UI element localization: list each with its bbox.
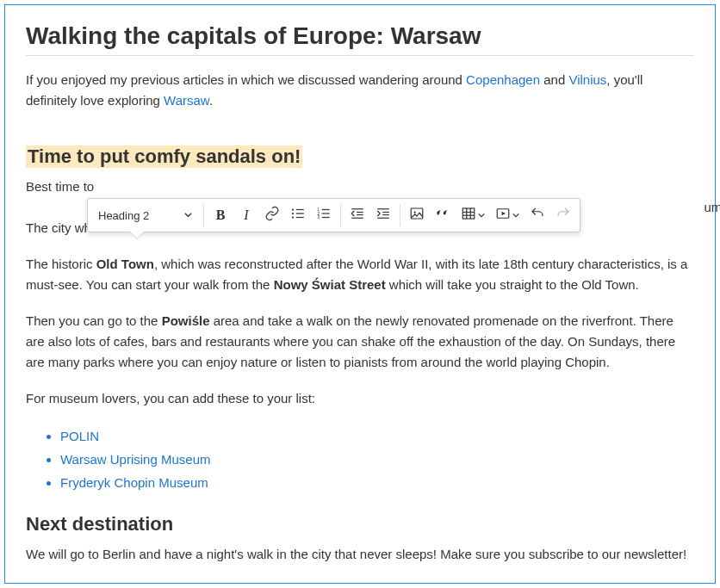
media-button[interactable] (490, 199, 524, 232)
italic-icon: I (244, 207, 248, 223)
media-icon (495, 206, 511, 225)
link-icon (264, 206, 280, 225)
svg-point-21 (414, 211, 416, 213)
bold-icon: B (216, 207, 226, 223)
heading-dropdown-label: Heading 2 (98, 209, 183, 222)
list-item[interactable]: POLIN (60, 424, 694, 448)
text[interactable]: and (540, 72, 568, 87)
text[interactable]: The historic (26, 257, 96, 271)
next-paragraph[interactable]: We will go to Berlin and have a night's … (26, 544, 694, 565)
toolbar-arrow (129, 232, 145, 239)
toolbar-separator (400, 204, 400, 226)
chevron-down-icon (512, 207, 520, 223)
museum-intro[interactable]: For museum lovers, you can add these to … (26, 388, 694, 409)
link-button[interactable] (259, 199, 285, 232)
toolbar-separator (203, 204, 204, 226)
bold-old-town[interactable]: Old Town (96, 257, 154, 271)
list-item[interactable]: Warsaw Uprising Museum (60, 448, 694, 471)
undo-icon (530, 206, 545, 225)
link-polin[interactable]: POLIN (60, 429, 99, 443)
text[interactable]: If you enjoyed my previous articles in w… (26, 72, 466, 87)
numbered-list-icon: 123 (316, 206, 332, 225)
italic-button[interactable]: I (233, 199, 259, 232)
toolbar-separator (340, 204, 341, 226)
bulleted-list-button[interactable] (285, 199, 311, 232)
image-icon (409, 206, 425, 225)
svg-rect-20 (411, 208, 423, 219)
blockquote-icon (435, 206, 450, 225)
redo-button[interactable] (550, 199, 576, 232)
svg-point-1 (292, 213, 294, 214)
svg-text:3: 3 (318, 215, 320, 220)
text[interactable]: . (209, 93, 213, 108)
link-chopin-museum[interactable]: Fryderyk Chopin Museum (60, 475, 208, 490)
bulleted-list-icon (290, 206, 306, 225)
chevron-down-icon (477, 207, 486, 223)
text[interactable]: Then you can go to the (26, 313, 162, 328)
numbered-list-button[interactable]: 123 (311, 199, 337, 232)
heading-sandals[interactable]: Time to put comfy sandals on! (26, 145, 302, 168)
table-icon (461, 206, 476, 225)
link-copenhagen[interactable]: Copenhagen (466, 72, 540, 87)
museum-list[interactable]: POLIN Warsaw Uprising Museum Fryderyk Ch… (60, 424, 694, 494)
redo-icon (556, 206, 571, 225)
undo-button[interactable] (524, 199, 550, 232)
outdent-button[interactable] (344, 199, 370, 232)
heading-dropdown[interactable]: Heading 2 (91, 199, 200, 232)
blockquote-button[interactable] (430, 199, 456, 232)
text[interactable]: Best time to (26, 179, 94, 194)
indent-button[interactable] (370, 199, 396, 232)
chevron-down-icon (183, 209, 193, 222)
indent-icon (376, 206, 391, 225)
bold-button[interactable]: B (208, 199, 233, 232)
powisle-paragraph[interactable]: Then you can go to the Powiśle area and … (26, 311, 694, 373)
outdent-icon (350, 206, 365, 225)
document-content[interactable]: If you enjoyed my previous articles in w… (26, 70, 694, 565)
svg-rect-22 (462, 208, 475, 219)
editor-frame[interactable]: Walking the capitals of Europe: Warsaw I… (4, 4, 716, 584)
image-button[interactable] (404, 199, 430, 232)
page-title[interactable]: Walking the capitals of Europe: Warsaw (26, 22, 694, 56)
list-item[interactable]: Fryderyk Chopin Museum (60, 471, 694, 494)
link-warsaw[interactable]: Warsaw (164, 93, 209, 108)
link-vilnius[interactable]: Vilnius (568, 72, 606, 87)
historic-paragraph[interactable]: The historic Old Town, which was reconst… (26, 254, 694, 295)
link-uprising-museum[interactable]: Warsaw Uprising Museum (60, 452, 211, 467)
intro-paragraph[interactable]: If you enjoyed my previous articles in w… (26, 70, 694, 111)
text[interactable]: which will take you straight to the Old … (386, 277, 639, 292)
bold-nowy-swiat[interactable]: Nowy Świat Street (274, 277, 386, 292)
heading-next-destination[interactable]: Next destination (26, 513, 694, 535)
svg-point-2 (292, 216, 294, 218)
table-button[interactable] (456, 199, 490, 232)
svg-point-0 (292, 208, 294, 210)
balloon-toolbar: Heading 2 B I 123 (87, 198, 580, 232)
bold-powisle[interactable]: Powiśle (162, 313, 210, 328)
